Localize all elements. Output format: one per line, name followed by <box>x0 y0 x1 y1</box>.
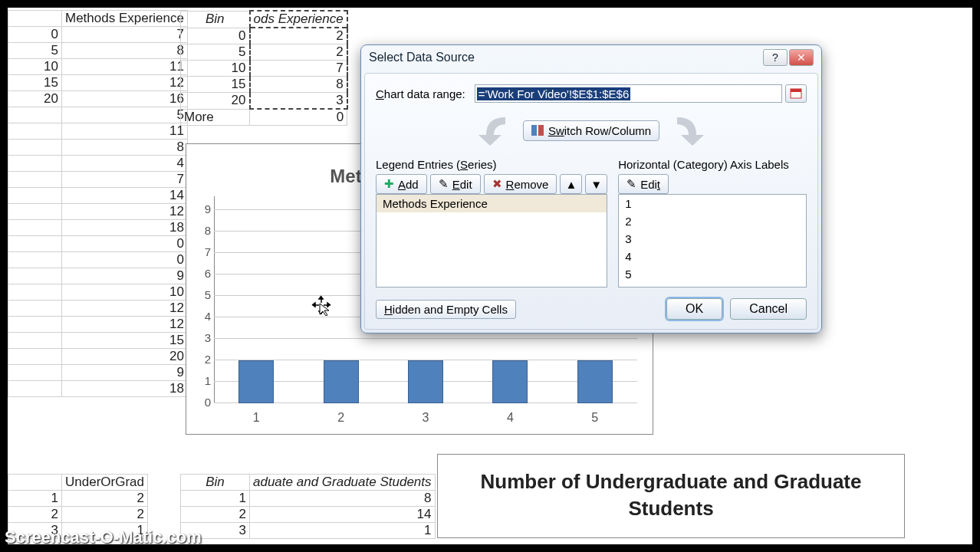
cell[interactable]: 18 <box>62 381 188 397</box>
switch-row-column-button[interactable]: Switch Row/Column <box>523 120 659 141</box>
cell[interactable]: 4 <box>62 156 188 172</box>
cell[interactable] <box>8 156 62 172</box>
cell[interactable]: 12 <box>62 204 188 220</box>
cell[interactable]: 7 <box>250 61 347 77</box>
bar[interactable] <box>577 360 613 403</box>
cancel-button[interactable]: Cancel <box>730 298 807 320</box>
cell[interactable]: 5 <box>8 43 62 59</box>
cell[interactable]: More <box>181 109 250 126</box>
cell[interactable] <box>8 172 62 188</box>
cell[interactable]: 0 <box>62 236 188 252</box>
axis-labels-listbox[interactable]: 1 2 3 4 5 <box>618 194 807 288</box>
cell[interactable]: 10 <box>62 284 188 301</box>
bar[interactable] <box>324 360 359 403</box>
cell[interactable]: 1 <box>250 523 436 539</box>
axis-label-item[interactable]: 3 <box>619 230 806 248</box>
axis-label-item[interactable]: 4 <box>619 248 806 265</box>
cell[interactable]: 20 <box>181 93 250 110</box>
cell[interactable]: 10 <box>181 61 250 77</box>
cell[interactable]: 5 <box>181 44 250 61</box>
cell[interactable] <box>8 349 62 365</box>
cell[interactable]: 20 <box>8 91 62 107</box>
cell[interactable]: 8 <box>62 43 188 59</box>
cell[interactable]: 8 <box>250 491 436 507</box>
hidden-empty-cells-button[interactable]: Hidden and Empty Cells <box>376 300 516 319</box>
cell[interactable]: 12 <box>62 301 188 317</box>
cell[interactable]: 12 <box>62 317 188 333</box>
cell[interactable]: 18 <box>62 220 188 236</box>
cell[interactable] <box>8 140 62 156</box>
close-button[interactable]: ✕ <box>789 49 814 66</box>
cell[interactable] <box>8 252 62 268</box>
cell[interactable] <box>8 333 62 349</box>
cell[interactable]: 2 <box>62 491 148 507</box>
edit-series-button[interactable]: ✎Edit <box>430 174 481 194</box>
cell[interactable]: 11 <box>62 123 188 140</box>
cell[interactable]: 10 <box>8 59 62 75</box>
cell[interactable] <box>8 107 62 123</box>
edit-axis-labels-button[interactable]: ✎Edit <box>618 174 669 194</box>
move-series-down-button[interactable]: ▼ <box>585 174 607 194</box>
range-picker-button[interactable] <box>785 84 807 103</box>
cell[interactable] <box>8 220 62 236</box>
cell[interactable] <box>8 381 62 397</box>
cell[interactable]: 8 <box>62 140 188 156</box>
sheet-bin-frequency[interactable]: Bin ods Experience 0252107158203More0 <box>180 10 348 126</box>
chart-students[interactable]: Number of Undergraduate and Graduate Stu… <box>437 454 905 538</box>
series-listbox[interactable]: Methods Experience <box>376 194 607 288</box>
help-button[interactable]: ? <box>763 49 788 66</box>
chart-data-range-input[interactable]: ='Work For Video'!$E$1:$E$6 <box>475 84 782 103</box>
cell[interactable]: 15 <box>8 75 62 91</box>
cell[interactable]: 15 <box>181 77 250 93</box>
cell[interactable]: 16 <box>62 91 188 107</box>
series-item[interactable]: Methods Experience <box>377 195 607 212</box>
cell[interactable]: 0 <box>62 252 188 268</box>
cell[interactable] <box>8 284 62 301</box>
cell[interactable]: 5 <box>62 107 188 123</box>
cell[interactable] <box>8 204 62 220</box>
cell[interactable]: 12 <box>62 75 188 91</box>
cell[interactable]: 0 <box>8 27 62 43</box>
cell[interactable]: 11 <box>62 59 188 75</box>
dialog-titlebar[interactable]: Select Data Source ? ✕ <box>361 45 821 70</box>
cell[interactable]: 0 <box>181 28 250 44</box>
cell[interactable] <box>8 188 62 204</box>
cell[interactable] <box>8 268 62 284</box>
cell[interactable] <box>8 236 62 252</box>
cell[interactable]: 9 <box>62 365 188 381</box>
sheet-methods-experience[interactable]: Methods Experience 075810111512201651184… <box>8 10 188 397</box>
axis-label-item[interactable]: 5 <box>619 265 806 283</box>
cell[interactable]: 1 <box>8 491 62 507</box>
x-tick-label: 4 <box>507 411 514 425</box>
cell[interactable]: 2 <box>62 507 148 523</box>
cell[interactable] <box>8 365 62 381</box>
cell[interactable]: 2 <box>8 507 62 523</box>
ok-button[interactable]: OK <box>666 298 722 320</box>
bar[interactable] <box>408 360 443 403</box>
cell[interactable]: 8 <box>250 77 347 93</box>
cell[interactable]: 3 <box>250 93 347 110</box>
cell[interactable] <box>8 317 62 333</box>
cell[interactable]: 2 <box>250 28 347 44</box>
cell[interactable] <box>8 301 62 317</box>
cell[interactable] <box>8 123 62 140</box>
cell[interactable]: 2 <box>181 507 250 523</box>
bar[interactable] <box>492 360 528 403</box>
cell[interactable]: 14 <box>250 507 436 523</box>
remove-series-button[interactable]: ✖Remove <box>484 174 557 194</box>
move-series-up-button[interactable]: ▲ <box>560 174 582 194</box>
cell[interactable]: 9 <box>62 268 188 284</box>
bar[interactable] <box>238 360 274 403</box>
cell[interactable]: 15 <box>62 333 188 349</box>
cell[interactable]: 1 <box>181 491 250 507</box>
cell[interactable]: 7 <box>62 172 188 188</box>
sheet-bin-students[interactable]: Bin aduate and Graduate Students 1821431 <box>180 474 436 539</box>
cell[interactable]: 7 <box>62 27 188 43</box>
add-series-button[interactable]: ✚Add <box>376 174 427 194</box>
axis-label-item[interactable]: 2 <box>619 212 806 230</box>
cell[interactable]: 2 <box>250 44 347 61</box>
cell[interactable]: 20 <box>62 349 188 365</box>
axis-label-item[interactable]: 1 <box>619 195 806 212</box>
cell[interactable]: 14 <box>62 188 188 204</box>
cell[interactable]: 0 <box>250 109 347 126</box>
